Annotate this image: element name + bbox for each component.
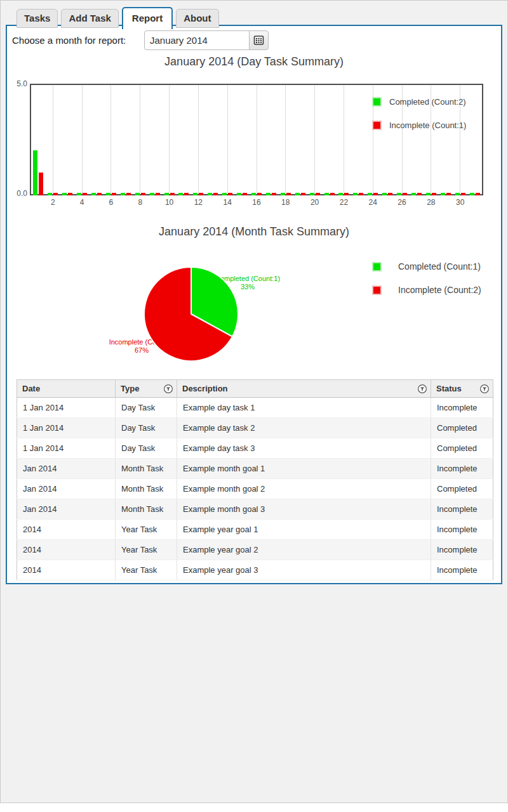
gridline: [257, 85, 257, 194]
completed-bar-day-28: [426, 193, 431, 195]
tab-bar: Tasks Add Task Report About: [17, 6, 219, 28]
column-header-description[interactable]: Description: [177, 380, 431, 398]
gridline: [110, 85, 111, 194]
column-header-date[interactable]: Date: [17, 380, 116, 398]
cell-status: Incomplete: [431, 540, 493, 560]
completed-bar-day-1: [33, 150, 37, 195]
task-report-table: Date Type Description: [17, 379, 493, 580]
table-row[interactable]: 1 Jan 2014Day TaskExample day task 1Inco…: [17, 398, 493, 418]
cell-status: Incomplete: [431, 499, 493, 520]
cell-date: Jan 2014: [17, 459, 116, 479]
incomplete-bar-day-21: [330, 193, 335, 195]
completed-bar-day-17: [266, 193, 271, 195]
cell-description: Example day task 1: [177, 398, 431, 418]
gridline: [140, 85, 140, 194]
table-row[interactable]: 2014Year TaskExample year goal 2Incomple…: [17, 540, 493, 560]
gridline: [285, 85, 286, 194]
incomplete-bar-day-15: [243, 193, 247, 195]
legend-item-completed: Completed (Count:1): [372, 261, 481, 272]
incomplete-bar-day-26: [403, 193, 407, 195]
completed-bar-day-11: [178, 193, 183, 195]
cell-description: Example day task 3: [177, 438, 431, 459]
completed-bar-day-9: [150, 193, 154, 195]
completed-bar-day-8: [135, 193, 140, 195]
bar-chart-title: January 2014 (Day Task Summary): [7, 55, 501, 69]
column-label: Status: [436, 384, 462, 393]
calendar-button[interactable]: [249, 30, 269, 50]
legend-label: Completed (Count:1): [398, 261, 481, 272]
incomplete-bar-day-13: [213, 193, 218, 195]
table-row[interactable]: 1 Jan 2014Day TaskExample day task 2Comp…: [17, 418, 493, 438]
table-row[interactable]: Jan 2014Month TaskExample month goal 3In…: [17, 499, 493, 520]
incomplete-bar-day-1: [39, 173, 43, 195]
filter-icon[interactable]: [417, 384, 427, 394]
legend-label: Incomplete (Count:1): [389, 121, 466, 130]
completed-bar-day-7: [121, 193, 125, 195]
cell-description: Example year goal 3: [177, 560, 431, 580]
cell-date: 2014: [17, 520, 116, 540]
incomplete-bar-day-5: [97, 193, 102, 195]
tab-report[interactable]: Report: [122, 7, 173, 29]
incomplete-bar-day-6: [112, 193, 116, 195]
completed-bar-day-29: [441, 193, 445, 195]
incomplete-bar-day-3: [68, 193, 72, 195]
tab-tasks[interactable]: Tasks: [17, 9, 58, 28]
filter-icon[interactable]: [163, 384, 173, 394]
x-axis-tick-label: 2: [43, 198, 62, 207]
x-axis-tick-label: 28: [422, 198, 441, 207]
completed-bar-day-14: [222, 193, 227, 195]
cell-status: Incomplete: [431, 560, 493, 580]
x-axis-tick-label: 24: [363, 198, 382, 207]
incomplete-bar-day-23: [359, 193, 363, 195]
cell-status: Completed: [431, 438, 493, 459]
gridline: [169, 85, 170, 194]
completed-swatch-icon: [372, 262, 382, 272]
cell-date: Jan 2014: [17, 479, 116, 499]
x-axis-tick-label: 16: [247, 198, 266, 207]
incomplete-bar-day-28: [432, 193, 436, 195]
legend-item-incomplete: Incomplete (Count:1): [372, 120, 466, 130]
cell-date: Jan 2014: [17, 499, 116, 520]
legend-item-completed: Completed (Count:2): [372, 96, 466, 107]
column-header-status[interactable]: Status: [431, 380, 493, 398]
table-row[interactable]: 1 Jan 2014Day TaskExample day task 3Comp…: [17, 438, 493, 459]
column-header-type[interactable]: Type: [116, 380, 177, 398]
x-axis-tick-label: 10: [160, 198, 179, 207]
tab-add-task[interactable]: Add Task: [61, 9, 118, 28]
completed-bar-day-5: [91, 193, 96, 195]
incomplete-bar-day-24: [373, 193, 378, 195]
pie-chart: [142, 265, 241, 363]
completed-bar-day-15: [237, 193, 241, 195]
cell-type: Year Task: [116, 540, 177, 560]
month-input[interactable]: [144, 30, 250, 50]
table-row[interactable]: Jan 2014Month TaskExample month goal 1In…: [17, 459, 493, 479]
completed-bar-day-21: [324, 193, 329, 195]
gridline: [53, 85, 53, 194]
cell-type: Day Task: [116, 418, 177, 438]
cell-description: Example month goal 1: [177, 459, 431, 479]
cell-status: Incomplete: [431, 398, 493, 418]
tab-about[interactable]: About: [176, 9, 218, 28]
completed-swatch-icon: [372, 97, 382, 107]
incomplete-bar-day-30: [461, 193, 465, 195]
cell-date: 1 Jan 2014: [17, 418, 116, 438]
incomplete-bar-day-10: [170, 193, 175, 195]
incomplete-bar-day-22: [344, 193, 349, 195]
completed-bar-day-24: [368, 193, 372, 195]
table-row[interactable]: Jan 2014Month TaskExample month goal 2Co…: [17, 479, 493, 499]
x-axis-tick-label: 12: [189, 198, 208, 207]
month-picker-label: Choose a month for report:: [12, 35, 126, 46]
completed-bar-day-16: [251, 193, 256, 195]
incomplete-bar-day-29: [446, 193, 451, 195]
filter-icon[interactable]: [479, 384, 490, 394]
incomplete-bar-day-11: [184, 193, 189, 195]
y-axis-tick-min: 0.0: [7, 189, 27, 198]
table-row[interactable]: 2014Year TaskExample year goal 1Incomple…: [17, 520, 493, 540]
x-axis-tick-label: 6: [102, 198, 121, 207]
column-label: Description: [182, 384, 228, 393]
completed-bar-day-18: [281, 193, 285, 195]
x-axis-tick-label: 22: [334, 198, 353, 207]
completed-bar-day-22: [338, 193, 343, 195]
completed-bar-day-4: [77, 193, 81, 195]
table-row[interactable]: 2014Year TaskExample year goal 3Incomple…: [17, 560, 493, 580]
